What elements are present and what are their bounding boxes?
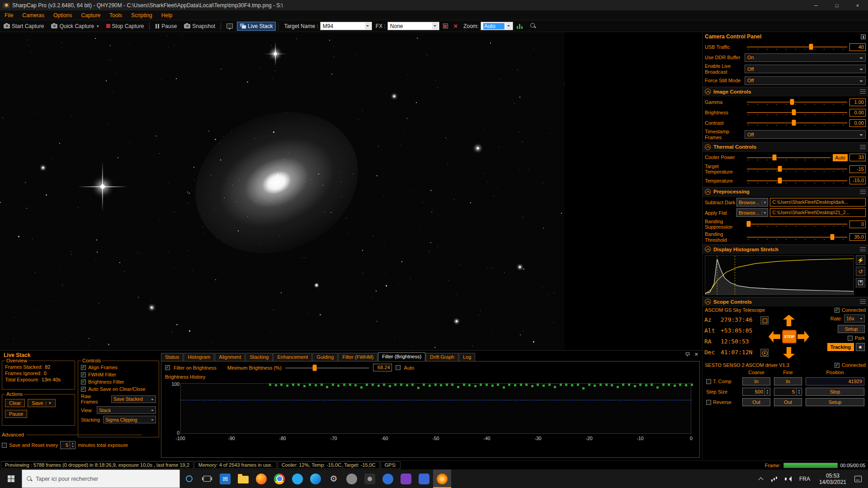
checkbox-icon[interactable] <box>81 372 86 377</box>
reverse-checkbox[interactable] <box>706 400 711 405</box>
taskbar-app-app-gray[interactable] <box>343 469 361 488</box>
usb-traffic-value[interactable]: 40 <box>849 43 866 51</box>
banding-threshold-value[interactable]: 35,0 <box>849 233 866 241</box>
clear-button[interactable]: Clear <box>5 399 25 407</box>
cooler-power-slider[interactable] <box>747 154 830 162</box>
taskbar-app-app-blue[interactable] <box>379 469 397 488</box>
auto-brightness-checkbox[interactable] <box>396 365 401 370</box>
section-preprocessing[interactable]: Preprocessing <box>703 187 868 197</box>
zoom-tool-button[interactable] <box>527 22 539 30</box>
slew-down-button[interactable] <box>783 347 795 359</box>
focuser-in-coarse-button[interactable]: In <box>742 377 770 385</box>
pin-icon[interactable] <box>861 34 866 39</box>
focuser-stop-button[interactable]: Stop <box>806 388 864 396</box>
pause-stack-button[interactable]: Pause <box>5 410 27 418</box>
save-button[interactable]: Save▼ <box>28 399 56 407</box>
maximize-button[interactable]: □ <box>826 0 847 10</box>
target-icon[interactable] <box>760 349 769 357</box>
checkbox-brightness-filter[interactable]: Brightness Filter <box>78 378 159 385</box>
tracking-button[interactable]: Tracking <box>827 343 854 351</box>
target-name-combo[interactable]: M94 <box>320 22 372 30</box>
network-icon[interactable] <box>771 476 778 482</box>
volume-icon[interactable] <box>785 476 791 482</box>
star-icon-button[interactable]: ★ <box>856 343 865 351</box>
tab-filter-brightness[interactable]: Filter (Brightness) <box>378 352 425 361</box>
t-comp-checkbox[interactable] <box>706 379 711 384</box>
subtract-dark-browse-button[interactable]: Browse... ▾ <box>736 198 768 206</box>
cooler-power-value[interactable]: 33 <box>849 154 866 161</box>
stop-capture-button[interactable]: Stop Capture <box>103 22 147 31</box>
minutes-spinner[interactable]: 5 ▲▼ <box>60 441 75 449</box>
task-view-button[interactable] <box>198 469 216 488</box>
focuser-setup-button[interactable]: Setup <box>806 398 864 406</box>
taskbar-app-messaging-app[interactable] <box>288 469 307 488</box>
contrast-value[interactable]: 0.00 <box>849 119 866 127</box>
fx-stop-button[interactable] <box>440 22 451 30</box>
close-button[interactable]: × <box>847 0 868 10</box>
focuser-out-fine-button[interactable]: Out <box>774 398 802 406</box>
image-display-area[interactable] <box>0 32 702 350</box>
quick-capture-button[interactable]: Quick Capture ▾ <box>48 22 102 31</box>
fx-clear-button[interactable]: ✕ <box>452 23 459 30</box>
language-indicator[interactable]: FRA <box>799 476 810 482</box>
section-menu-icon[interactable] <box>860 89 866 94</box>
min-brightness-value[interactable]: 68.24 <box>373 364 392 371</box>
start-button[interactable] <box>0 469 22 488</box>
tab-alignment[interactable]: Alignment <box>215 353 245 361</box>
section-menu-icon[interactable] <box>860 300 866 304</box>
menu-file[interactable]: File <box>0 11 18 20</box>
rate-dropdown[interactable]: 16x <box>844 314 865 323</box>
taskbar-app-file-explorer[interactable] <box>234 469 252 488</box>
section-image-controls[interactable]: Image Controls <box>703 87 868 96</box>
checkbox-auto-save-on-clear-close[interactable]: Auto Save on Clear/Close <box>78 385 159 393</box>
menu-tools[interactable]: Tools <box>105 11 127 20</box>
chevron-down-icon[interactable] <box>506 23 512 29</box>
apply-flat-browse-button[interactable]: Browse... ▾ <box>736 208 768 217</box>
save-reset-checkbox[interactable] <box>2 443 7 448</box>
scope-setup-button[interactable]: Setup <box>838 325 865 333</box>
slew-left-button[interactable] <box>769 331 780 343</box>
section-menu-icon[interactable] <box>860 145 866 149</box>
park-checkbox[interactable] <box>848 336 853 341</box>
monitor-tool-button[interactable] <box>223 22 236 30</box>
taskbar-clock[interactable]: 05:53 14/03/2021 <box>819 473 846 485</box>
spinner-arrows-icon[interactable]: ▲▼ <box>764 388 770 395</box>
start-capture-button[interactable]: Start Capture <box>0 22 47 31</box>
checkbox-icon[interactable] <box>81 380 86 385</box>
save-stretch-button[interactable] <box>856 278 865 287</box>
focuser-in-fine-button[interactable]: In <box>774 377 802 385</box>
fx-combo[interactable]: None <box>387 22 439 30</box>
contrast-slider[interactable] <box>747 119 847 127</box>
section-menu-icon[interactable] <box>860 247 866 251</box>
histogram-graph[interactable] <box>705 255 854 295</box>
slew-up-button[interactable] <box>783 314 795 326</box>
menu-scripting[interactable]: Scripting <box>127 11 157 20</box>
menu-help[interactable]: Help <box>157 11 177 20</box>
apply-flat-path[interactable]: C:\Users\SharkFleet\Desktop\21_2... <box>770 208 866 217</box>
scope-connected-checkbox[interactable] <box>835 308 840 313</box>
section-scope-controls[interactable]: Scope Controls <box>703 297 868 306</box>
spinner-arrows-icon[interactable]: ▲▼ <box>70 441 75 449</box>
tab-histogram[interactable]: Histogram <box>184 353 214 361</box>
pause-button[interactable]: Pause <box>152 22 180 31</box>
tab-guiding[interactable]: Guiding <box>312 353 338 361</box>
view-dropdown[interactable]: Stack <box>97 406 156 414</box>
gamma-value[interactable]: 1.00 <box>849 99 866 106</box>
gamma-slider[interactable] <box>747 98 847 106</box>
raw-frames-dropdown[interactable]: Save Stacked <box>111 395 156 403</box>
cooler-auto-button[interactable]: Auto <box>833 154 848 161</box>
reset-stretch-button[interactable]: ↺ <box>856 267 865 276</box>
min-brightness-slider[interactable] <box>285 364 369 371</box>
tab-drift-graph[interactable]: Drift Graph <box>426 353 458 361</box>
tray-expand-icon[interactable] <box>759 477 763 481</box>
brightness-value[interactable]: 0.00 <box>849 109 866 117</box>
tab-stacking[interactable]: Stacking <box>245 353 273 361</box>
taskbar-app-chrome[interactable] <box>270 469 288 488</box>
snapshot-button[interactable]: Snapshot <box>181 22 218 31</box>
zoom-combo[interactable]: Auto <box>481 22 513 30</box>
taskbar-app-settings[interactable]: ⚙ <box>325 469 343 488</box>
menu-options[interactable]: Options <box>49 11 76 20</box>
taskbar-app-mail[interactable]: ✉ <box>216 469 234 488</box>
focuser-out-coarse-button[interactable]: Out <box>742 398 770 406</box>
target-temperature-value[interactable]: -15 <box>849 165 866 173</box>
